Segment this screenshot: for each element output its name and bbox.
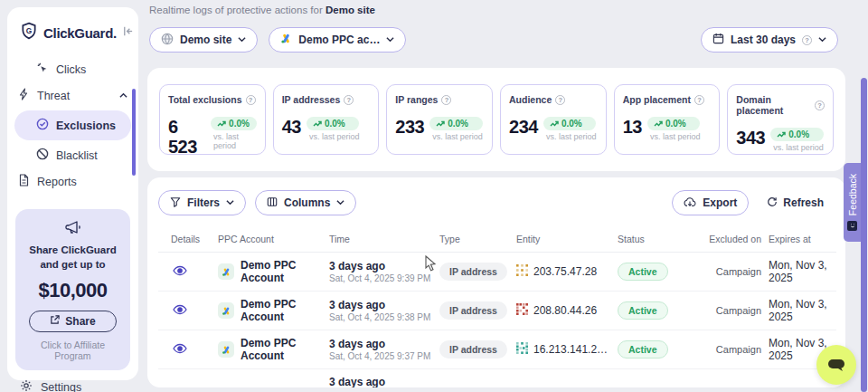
threat-lightning-icon [18,88,30,103]
logo-row: G ClickGuard. [7,18,138,56]
chat-widget-button[interactable] [816,345,856,385]
column-header-status[interactable]: Status [618,234,703,244]
sidebar: G ClickGuard. Clicks Threat Exclusions B… [7,7,138,380]
column-header-time[interactable]: Time [329,234,439,244]
entity-cell: 208.80.44.26 [516,303,618,318]
sidebar-item-settings[interactable]: Settings [7,370,138,392]
ppc-account-name: Demo PPC Account [241,337,329,362]
export-label: Export [703,196,737,209]
date-range-dropdown[interactable]: Last 30 days ? [701,27,838,53]
stat-value: 43 [282,117,301,137]
affiliate-promo-card[interactable]: Share ClickGuard and get up to $10,000 S… [15,209,130,370]
type-badge: IP address [439,340,507,359]
help-icon[interactable]: ? [694,95,704,105]
compare-label: vs. last period [647,132,701,141]
help-icon[interactable]: ? [555,95,565,105]
time-cell: 3 days ago [329,369,439,387]
account-selector-value: Demo PPC ac… [298,33,380,46]
sidebar-item-label: Clicks [56,63,127,76]
refresh-label: Refresh [783,196,824,209]
filters-dropdown[interactable]: Filters [158,190,246,215]
details-eye-icon[interactable] [171,341,189,359]
stat-card-ip-ranges: IP ranges? 233 0.0% vs. last period [386,84,493,155]
sidebar-item-threat[interactable]: Threat [7,82,138,109]
excluded-on-cell: Campaign [703,305,769,316]
column-header-entity[interactable]: Entity [516,234,618,244]
feedback-label: Feedback [847,174,858,215]
google-ads-icon [280,33,292,47]
help-icon[interactable]: ? [441,95,451,105]
check-circle-icon [36,118,49,133]
share-button-label: Share [65,315,95,328]
compare-label: vs. last period [211,132,257,150]
table-row: Demo PPC Account 3 days agoSat, Oct 4, 2… [158,253,836,292]
compare-label: vs. last period [770,143,824,152]
cloud-download-icon [684,196,696,210]
google-ads-icon [218,341,234,358]
status-badge: Active [618,340,668,359]
table-row-partial: 3 days ago [158,369,836,387]
site-selector-dropdown[interactable]: Demo site [149,27,258,53]
svg-text:G: G [26,26,32,35]
stat-value: 234 [509,117,538,137]
filters-label: Filters [187,196,220,209]
promo-caption: Click to Affiliate Program [23,339,123,361]
column-header-expires-at[interactable]: Expires at [769,234,833,244]
share-button[interactable]: Share [29,311,116,332]
entity-cell: 203.75.47.28 [516,264,618,279]
stat-label: IP addresses [282,94,341,105]
promo-heading: Share ClickGuard and get up to [23,244,123,272]
compare-label: vs. last period [307,132,360,141]
columns-icon [267,196,278,210]
stat-card-domain-placement: Domain placement? 343 0.0% vs. last peri… [727,84,834,155]
columns-dropdown[interactable]: Columns [255,190,356,215]
column-header-details[interactable]: Details [171,234,218,244]
stat-card-ip-addresses: IP addresses? 43 0.0% vs. last period [273,84,380,155]
entity-cell: 16.213.141.2… [516,342,618,357]
sidebar-scrollbar[interactable] [132,89,136,176]
column-header-excluded-on[interactable]: Excluded on [703,234,769,244]
account-selector-dropdown[interactable]: Demo PPC ac… [269,27,406,53]
click-icon [36,62,49,77]
compare-label: vs. last period [429,132,483,141]
refresh-button[interactable]: Refresh [758,191,833,215]
details-eye-icon[interactable] [171,263,189,281]
details-eye-icon[interactable] [171,302,189,320]
export-button[interactable]: Export [672,190,749,215]
help-icon[interactable]: ? [815,100,825,110]
table-row: Demo PPC Account 3 days agoSat, Oct 4, 2… [158,330,836,369]
column-header-type[interactable]: Type [439,234,516,244]
page-title-prefix: Realtime logs of protective actions for [149,5,326,15]
entity-identicon [516,342,528,357]
feedback-tab[interactable]: Feedback [844,163,861,242]
stat-value: 6 523 [168,117,205,157]
expires-at-cell: Mon, Nov 3, 2025 [769,259,833,284]
excluded-on-cell: Campaign [703,266,769,277]
column-header-ppc-account[interactable]: PPC Account [218,234,329,244]
table-toolbar: Filters Columns Export Refresh [158,190,836,215]
stat-label: IP ranges [395,94,438,105]
sidebar-collapse-icon[interactable] [122,24,134,41]
sidebar-item-blacklist[interactable]: Blacklist [7,142,138,168]
gear-icon [20,379,33,392]
expires-at-cell: Mon, Nov 3, 2025 [769,298,833,323]
sidebar-item-label: Blacklist [56,149,127,162]
stat-card-audience: Audience? 234 0.0% vs. last period [500,84,607,155]
help-icon[interactable]: ? [246,95,256,105]
help-icon[interactable]: ? [344,95,354,105]
stat-label: Total exclusions [168,94,242,105]
smiley-icon [847,221,857,231]
delta-badge: 0.0% [307,117,360,130]
sidebar-item-label: Reports [37,176,127,188]
ppc-account-cell: Demo PPC Account [218,298,329,323]
page-scrollbar[interactable] [861,78,867,392]
reports-document-icon [18,174,30,189]
sidebar-item-exclusions[interactable]: Exclusions [14,110,131,140]
sidebar-item-clicks[interactable]: Clicks [7,56,138,82]
date-range-value: Last 30 days [731,33,796,46]
sidebar-item-label: Threat [37,90,112,102]
chevron-up-icon [119,90,127,102]
table-header-row: Details PPC Account Time Type Entity Sta… [158,234,836,253]
stat-value: 343 [736,128,765,148]
sidebar-item-reports[interactable]: Reports [7,168,138,195]
